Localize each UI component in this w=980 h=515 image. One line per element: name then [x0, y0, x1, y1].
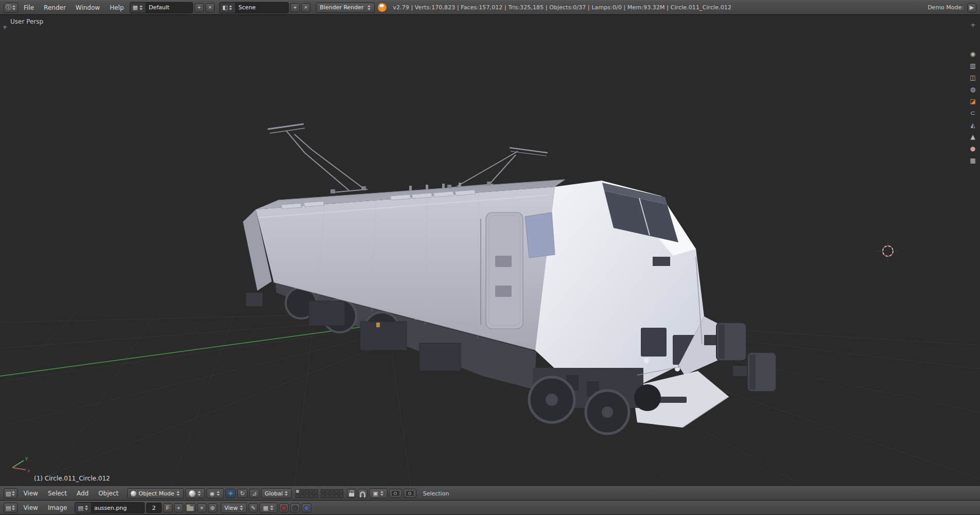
properties-tab-object-data[interactable]: ▲ — [970, 134, 975, 140]
image-name[interactable]: aussen.png — [92, 503, 144, 513]
close-scene-button[interactable]: × — [301, 3, 310, 12]
pin-button[interactable]: ⊕ — [208, 503, 217, 512]
layer-toggle[interactable] — [305, 489, 309, 493]
menu-add[interactable]: Add — [73, 488, 93, 499]
menu-help[interactable]: Help — [106, 3, 128, 13]
checker-icon: ▦ — [263, 505, 268, 511]
locomotive-model[interactable] — [243, 124, 776, 434]
editor-type-button-info[interactable]: ⓘ — [4, 3, 18, 13]
properties-tab-material[interactable]: ● — [970, 146, 975, 152]
menu-file[interactable]: File — [20, 3, 38, 13]
menu-object[interactable]: Object — [94, 488, 122, 499]
menu-image[interactable]: Image — [44, 503, 72, 513]
chevron-updown-icon — [12, 490, 15, 496]
menu-view-image-editor[interactable]: View — [19, 503, 42, 513]
render-engine-value: Blender Render — [320, 4, 363, 11]
layer-toggle[interactable] — [321, 494, 325, 498]
add-scene-button[interactable]: + — [290, 3, 300, 12]
layer-toggle[interactable] — [325, 494, 329, 498]
frame-number-field[interactable]: 2 — [146, 503, 162, 513]
properties-tab-object[interactable]: ◪ — [970, 98, 975, 104]
layer-toggle[interactable] — [309, 489, 313, 493]
properties-tab-world[interactable]: ◍ — [970, 86, 975, 93]
chevron-updown-icon — [12, 5, 16, 11]
lock-to-scene-button[interactable] — [347, 489, 356, 498]
properties-tab-texture[interactable]: ▦ — [970, 157, 975, 164]
add-layout-button[interactable]: + — [195, 3, 204, 12]
pivot-dropdown[interactable]: ◉ — [206, 488, 224, 499]
layer-toggle[interactable] — [309, 494, 313, 498]
scene-name[interactable]: Scene — [236, 3, 288, 13]
chevron-updown-icon — [380, 490, 384, 496]
scene-selector[interactable]: ◧ Scene — [219, 2, 289, 13]
layer-toggle[interactable] — [321, 489, 325, 493]
render-engine-dropdown[interactable]: Blender Render — [316, 3, 375, 13]
snap-element-dropdown[interactable]: ▣ — [369, 488, 387, 499]
properties-tab-scene[interactable]: ◫ — [970, 75, 975, 81]
editor-type-button-3dview[interactable]: ▧ — [4, 488, 18, 499]
editor-type-button-image[interactable]: ▤ — [4, 503, 18, 513]
active-object-label: (1) Circle.011_Circle.012 — [34, 475, 110, 482]
channel-dark-button[interactable] — [290, 503, 300, 512]
channel-red-button[interactable] — [279, 503, 289, 512]
manipulator-scale-button[interactable]: ⊿ — [249, 489, 259, 498]
close-layout-button[interactable]: × — [205, 3, 215, 12]
properties-tab-modifiers[interactable]: ◭ — [970, 122, 975, 128]
orientation-dropdown[interactable]: Global — [261, 488, 292, 499]
layer-toggle[interactable] — [300, 489, 304, 493]
draw-channels-dropdown[interactable]: ▦ — [259, 503, 277, 513]
manipulator-translate-button[interactable]: ✛ — [225, 489, 236, 498]
layer-toggle[interactable] — [339, 494, 343, 498]
layer-toggle[interactable] — [295, 494, 300, 498]
image-selector[interactable]: ▤ aussen.png — [75, 502, 144, 513]
layer-toggle[interactable] — [295, 489, 300, 493]
layer-toggle[interactable] — [330, 489, 334, 493]
menu-view[interactable]: View — [19, 488, 42, 499]
menu-window[interactable]: Window — [72, 3, 104, 13]
viewport-shading-dropdown[interactable] — [185, 488, 205, 499]
grease-pencil-button[interactable]: ✎ — [249, 503, 258, 512]
manipulator-rotate-button[interactable]: ↻ — [237, 489, 248, 498]
fake-user-button[interactable]: F — [163, 503, 172, 512]
open-image-button[interactable] — [185, 503, 196, 512]
layer-toggle[interactable] — [314, 494, 318, 498]
layer-toggle[interactable] — [314, 489, 318, 493]
view3d-editor-icon: ▧ — [6, 491, 11, 496]
layer-toggle[interactable] — [305, 494, 309, 498]
browse-layouts-segment[interactable]: ▦ — [130, 3, 146, 13]
menu-select[interactable]: Select — [44, 488, 71, 499]
layer-toggle[interactable] — [335, 494, 339, 498]
menu-render[interactable]: Render — [40, 3, 70, 13]
unlink-image-button[interactable]: × — [197, 503, 206, 512]
snap-toggle-button[interactable] — [358, 489, 367, 498]
pencil-icon: ✎ — [251, 505, 255, 511]
layer-toggle[interactable] — [335, 489, 339, 493]
screen-layout-selector[interactable]: ▦ Default — [130, 2, 193, 13]
toolshelf-expand-icon[interactable]: + — [2, 23, 8, 31]
layer-toggle[interactable] — [300, 494, 304, 498]
viewport-3d[interactable]: User Persp (1) Circle.011_Circle.012 y x… — [0, 15, 980, 486]
selection-label: Selection — [423, 490, 449, 497]
chevron-updown-icon — [177, 490, 180, 496]
properties-tab-render[interactable]: ◉ — [970, 51, 975, 57]
demo-play-button[interactable]: ▶ — [967, 3, 976, 12]
layer-toggle[interactable] — [330, 494, 334, 498]
new-image-button[interactable]: + — [174, 503, 183, 512]
channel-blue-button[interactable] — [302, 503, 311, 512]
browse-scenes-segment[interactable]: ◧ — [220, 3, 236, 13]
image-view-dropdown[interactable]: View — [221, 503, 247, 513]
opengl-render-button[interactable] — [389, 489, 402, 498]
chevron-updown-icon — [229, 5, 233, 11]
properties-tab-render-layers[interactable]: ▥ — [970, 63, 975, 69]
properties-expand-icon[interactable]: + — [970, 21, 976, 29]
view-name-label: User Persp — [10, 18, 43, 25]
layer-toggle[interactable] — [339, 489, 343, 493]
opengl-render-anim-button[interactable] — [404, 489, 416, 498]
screen-layout-name[interactable]: Default — [146, 3, 192, 13]
properties-tab-constraints[interactable]: ⊂ — [970, 110, 975, 116]
scene-canvas[interactable] — [0, 15, 980, 486]
browse-images-segment[interactable]: ▤ — [75, 503, 91, 513]
layer-toggle[interactable] — [325, 489, 329, 493]
image-browse-icon: ▤ — [78, 505, 83, 511]
mode-dropdown[interactable]: Object Mode — [127, 488, 183, 499]
